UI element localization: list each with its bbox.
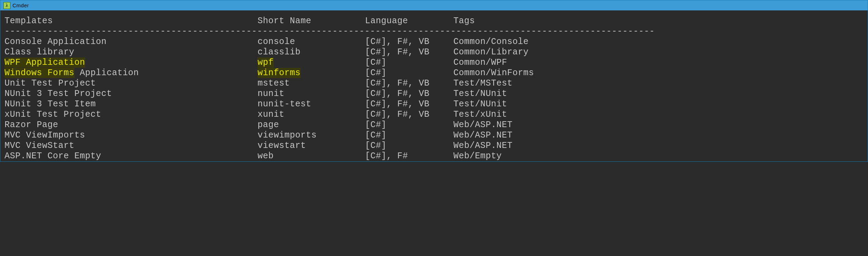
cell-tags: Web/ASP.NET (453, 120, 513, 130)
cell-templates: Unit Test Project (5, 78, 258, 89)
window-title: Cmder (12, 2, 29, 8)
cell-shortname: viewstart (258, 141, 365, 151)
header-templates: Templates (5, 16, 258, 26)
cell-language: [C#], F#, VB (365, 89, 453, 99)
cell-templates: MVC ViewStart (5, 141, 258, 151)
cell-language: [C#], F#, VB (365, 109, 453, 120)
cell-language: [C#] (365, 141, 453, 151)
table-row: xUnit Test Projectxunit[C#], F#, VBTest/… (5, 109, 868, 120)
header-language: Language (365, 16, 453, 26)
table-row: ASP.NET Core Emptyweb[C#], F#Web/Empty (5, 151, 868, 161)
cell-language: [C#], F#, VB (365, 78, 453, 89)
cell-shortname: winforms (258, 68, 365, 78)
app-icon-glyph: λ (6, 3, 8, 8)
window-titlebar[interactable]: λ Cmder (0, 0, 868, 10)
cell-tags: Web/ASP.NET (453, 141, 513, 151)
table-row: NUnit 3 Test Projectnunit[C#], F#, VBTes… (5, 89, 868, 99)
table-row: MVC ViewStartviewstart[C#]Web/ASP.NET (5, 141, 868, 151)
cell-language: [C#], F#, VB (365, 47, 453, 58)
cell-templates: ASP.NET Core Empty (5, 151, 258, 161)
table-row: Console Applicationconsole[C#], F#, VBCo… (5, 37, 868, 47)
cell-language: [C#], F#, VB (365, 99, 453, 109)
cell-tags: Test/NUnit (453, 89, 507, 99)
table-row: NUnit 3 Test Itemnunit-test[C#], F#, VBT… (5, 99, 868, 109)
cell-tags: Test/NUnit (453, 99, 507, 109)
cell-tags: Common/Console (453, 37, 529, 47)
cell-shortname: console (258, 37, 365, 47)
cell-templates: Console Application (5, 37, 258, 47)
lambda-icon: λ (3, 2, 10, 9)
cell-templates: MVC ViewImports (5, 130, 258, 141)
cell-tags: Web/ASP.NET (453, 130, 513, 141)
cell-language: [C#] (365, 68, 453, 78)
cell-shortname: nunit-test (258, 99, 365, 109)
cell-shortname: mstest (258, 78, 365, 89)
table-row: MVC ViewImportsviewimports[C#]Web/ASP.NE… (5, 130, 868, 141)
cell-language: [C#], F#, VB (365, 37, 453, 47)
cell-tags: Common/Library (453, 47, 529, 58)
cell-tags: Test/xUnit (453, 109, 507, 120)
cell-templates: Class library (5, 47, 258, 58)
cell-shortname: web (258, 151, 365, 161)
cell-templates: WPF Application (5, 58, 258, 68)
cell-tags: Web/Empty (453, 151, 502, 161)
cell-tags: Common/WPF (453, 58, 507, 68)
cell-language: [C#], F# (365, 151, 453, 161)
table-row: Class libraryclasslib[C#], F#, VBCommon/… (5, 47, 868, 58)
cell-language: [C#] (365, 58, 453, 68)
cell-language: [C#] (365, 120, 453, 130)
cell-shortname: nunit (258, 89, 365, 99)
table-row: WPF Applicationwpf[C#]Common/WPF (5, 58, 868, 68)
header-row: TemplatesShort NameLanguageTags (5, 16, 868, 26)
table-row: Windows Forms Applicationwinforms[C#]Com… (5, 68, 868, 78)
cell-tags: Test/MSTest (453, 78, 513, 89)
header-shortname: Short Name (258, 16, 365, 26)
cell-templates: NUnit 3 Test Project (5, 89, 258, 99)
header-tags: Tags (453, 16, 475, 26)
table-row: Razor Pagepage[C#]Web/ASP.NET (5, 120, 868, 130)
cell-templates: Razor Page (5, 120, 258, 130)
cell-shortname: viewimports (258, 130, 365, 141)
separator-row: ----------------------------------------… (5, 26, 868, 37)
cell-shortname: xunit (258, 109, 365, 120)
cell-templates: xUnit Test Project (5, 109, 258, 120)
cell-language: [C#] (365, 130, 453, 141)
cell-templates: NUnit 3 Test Item (5, 99, 258, 109)
cell-shortname: classlib (258, 47, 365, 58)
cell-tags: Common/WinForms (453, 68, 534, 78)
table-row: Unit Test Projectmstest[C#], F#, VBTest/… (5, 78, 868, 89)
cell-shortname: page (258, 120, 365, 130)
cell-shortname: wpf (258, 58, 365, 68)
cell-templates: Windows Forms Application (5, 68, 258, 78)
console-output[interactable]: TemplatesShort NameLanguageTags --------… (0, 10, 868, 162)
